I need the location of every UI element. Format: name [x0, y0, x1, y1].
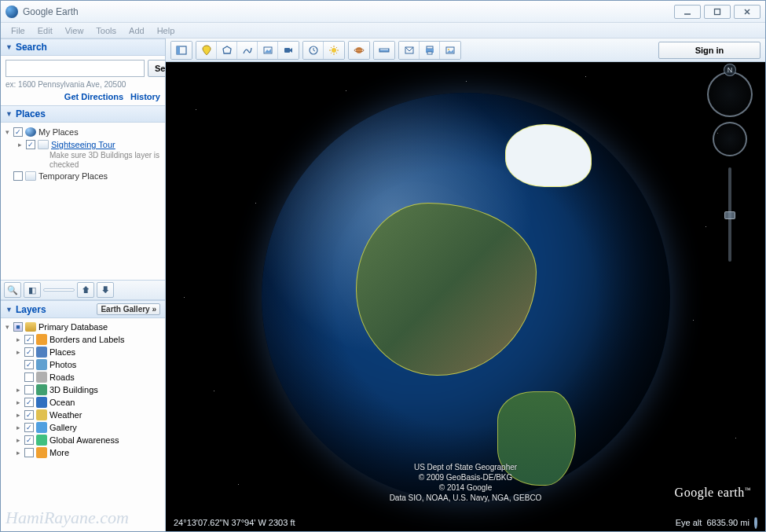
menu-help[interactable]: Help [152, 24, 181, 37]
earth-gallery-button[interactable]: Earth Gallery » [97, 303, 160, 315]
ruler-icon[interactable] [374, 42, 394, 59]
layers-item[interactable]: ▸Weather [4, 409, 162, 421]
loading-spinner-icon [754, 516, 757, 529]
menu-edit[interactable]: Edit [32, 24, 58, 37]
checkbox[interactable] [24, 410, 34, 420]
move-joystick[interactable] [713, 122, 747, 156]
expand-icon[interactable]: ▸ [15, 409, 22, 420]
expand-icon[interactable]: ▸ [15, 447, 22, 458]
expand-icon[interactable]: ▸ [15, 347, 22, 358]
checkbox[interactable] [24, 398, 34, 407]
search-input[interactable] [5, 60, 145, 77]
database-icon [25, 322, 36, 332]
checkbox[interactable] [24, 347, 34, 357]
polygon-icon[interactable] [217, 42, 237, 59]
layer-icon [36, 422, 47, 433]
layer-icon [36, 397, 47, 408]
planets-icon[interactable] [349, 42, 369, 59]
sunlight-icon[interactable] [324, 42, 344, 59]
get-directions-link[interactable]: Get Directions [64, 92, 123, 101]
move-down-button[interactable]: 🡇 [97, 282, 114, 298]
app-icon [5, 6, 18, 18]
layers-root[interactable]: ▾■Primary Database [4, 321, 162, 333]
move-up-button[interactable]: 🡅 [77, 282, 94, 298]
layer-icon [36, 359, 47, 370]
checkbox[interactable] [13, 171, 23, 181]
search-places-button[interactable]: 🔍 [4, 282, 21, 298]
toggle-panel-button[interactable]: ◧ [24, 282, 41, 298]
layers-item[interactable]: Roads [4, 371, 162, 383]
zoom-thumb[interactable] [724, 211, 735, 219]
places-panel-header[interactable]: ▼ Places [1, 105, 165, 123]
layers-item[interactable]: ▸3D Buildings [4, 383, 162, 396]
earth-globe[interactable] [262, 93, 670, 501]
layers-item[interactable]: ▸Global Awareness [4, 434, 162, 446]
checkbox[interactable] [24, 335, 34, 344]
layer-icon [36, 435, 47, 446]
path-icon[interactable] [237, 42, 258, 59]
layers-item[interactable]: ▸More [4, 446, 162, 459]
expand-icon[interactable]: ▾ [4, 321, 11, 332]
layers-item[interactable]: ▸Places [4, 346, 162, 358]
checkbox[interactable] [24, 423, 34, 432]
item-label: More [49, 447, 69, 458]
placemark-icon[interactable] [196, 42, 217, 59]
expand-icon[interactable]: ▾ [4, 127, 11, 138]
minimize-button[interactable] [674, 5, 701, 19]
checkbox[interactable] [24, 360, 34, 369]
sign-in-button[interactable]: Sign in [658, 42, 761, 59]
item-label[interactable]: Sightseeing Tour [51, 139, 115, 150]
checkbox[interactable] [24, 372, 34, 382]
item-label: Gallery [49, 422, 77, 433]
layers-item[interactable]: ▸Ocean [4, 396, 162, 409]
historical-imagery-icon[interactable] [303, 42, 324, 59]
north-indicator[interactable]: N [724, 64, 736, 76]
item-label: Ocean [49, 397, 75, 408]
svg-point-12 [332, 48, 336, 53]
expand-icon[interactable]: ▸ [15, 422, 22, 433]
save-image-icon[interactable] [440, 42, 460, 59]
menu-add[interactable]: Add [123, 24, 150, 37]
places-item[interactable]: ▾My Places [4, 126, 162, 138]
svg-rect-30 [427, 46, 433, 49]
record-tour-icon[interactable] [278, 42, 299, 59]
layers-item[interactable]: ▸Borders and Labels [4, 333, 162, 346]
menu-view[interactable]: View [60, 24, 90, 37]
menu-tools[interactable]: Tools [90, 24, 122, 37]
history-link[interactable]: History [130, 92, 160, 101]
places-item[interactable]: Temporary Places [4, 170, 162, 182]
places-tree: ▾My Places▸Sightseeing TourMake sure 3D … [1, 123, 165, 280]
status-bar: 24°13'07.62"N 37°94' W 2303 ft Eye alt 6… [166, 514, 765, 531]
expand-icon[interactable]: ▸ [15, 397, 22, 408]
email-icon[interactable] [399, 42, 420, 59]
layers-item[interactable]: Photos [4, 358, 162, 371]
zoom-slider[interactable] [728, 167, 731, 262]
checkbox[interactable] [24, 385, 34, 394]
expand-icon[interactable]: ▸ [15, 435, 22, 446]
expand-icon[interactable]: ▸ [16, 139, 24, 150]
maximize-button[interactable] [704, 5, 731, 19]
hide-sidebar-icon[interactable] [171, 42, 192, 59]
places-item[interactable]: ▸Sightseeing Tour [4, 138, 162, 151]
layers-panel-header[interactable]: ▼ Layers Earth Gallery » [1, 300, 165, 318]
checkbox[interactable] [26, 140, 35, 149]
search-button[interactable]: Search [148, 60, 166, 77]
menu-file[interactable]: File [5, 24, 31, 37]
checkbox[interactable] [13, 127, 23, 137]
image-overlay-icon[interactable] [258, 42, 278, 59]
checkbox[interactable] [24, 435, 34, 445]
expand-icon[interactable]: ▸ [15, 334, 22, 345]
brand-logo: Google earth™ [675, 486, 751, 500]
globe-view[interactable]: N US Dept of State Geographer © 2009 Geo… [166, 62, 765, 531]
close-button[interactable] [734, 5, 761, 19]
expand-icon[interactable]: ▸ [15, 384, 22, 395]
search-panel-header[interactable]: ▼ Search [1, 39, 165, 56]
checkbox[interactable] [24, 448, 34, 457]
print-icon[interactable] [420, 42, 440, 59]
checkbox[interactable]: ■ [13, 322, 23, 332]
layers-item[interactable]: ▸Gallery [4, 421, 162, 434]
item-label: Borders and Labels [49, 334, 124, 345]
look-joystick[interactable]: N [707, 72, 753, 117]
opacity-slider[interactable] [43, 288, 75, 292]
item-label: Temporary Places [38, 171, 108, 182]
